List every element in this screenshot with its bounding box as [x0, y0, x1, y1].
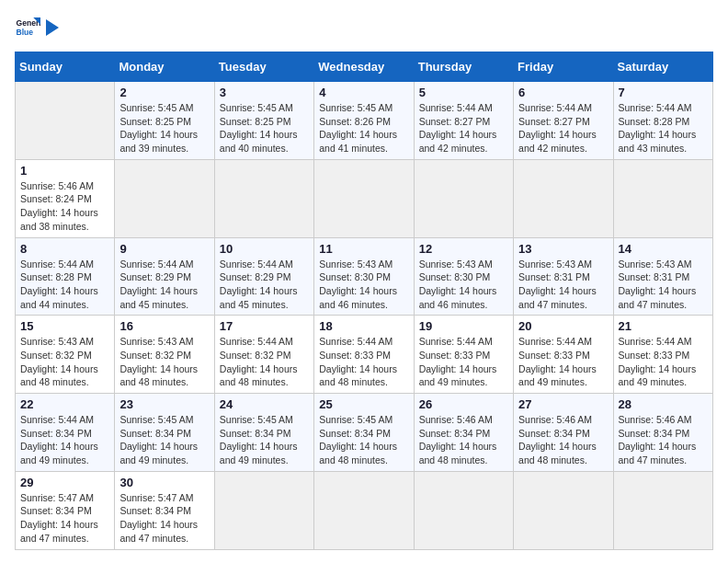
calendar-cell: 9Sunrise: 5:44 AM Sunset: 8:29 PM Daylig… [115, 237, 214, 316]
calendar-cell [314, 471, 414, 549]
col-header-tuesday: Tuesday [214, 52, 313, 82]
calendar-week-4: 22Sunrise: 5:44 AM Sunset: 8:34 PM Dayli… [16, 394, 713, 472]
day-detail: Sunrise: 5:43 AM Sunset: 8:30 PM Dayligh… [419, 258, 508, 312]
calendar-cell: 7Sunrise: 5:44 AM Sunset: 8:28 PM Daylig… [613, 82, 712, 160]
calendar-cell: 1Sunrise: 5:46 AM Sunset: 8:24 PM Daylig… [16, 159, 115, 237]
calendar-cell [414, 159, 513, 237]
calendar-cell: 3Sunrise: 5:45 AM Sunset: 8:25 PM Daylig… [214, 82, 313, 160]
day-number: 29 [20, 476, 109, 489]
logo-arrow-icon [46, 19, 59, 36]
calendar-cell [613, 471, 712, 549]
calendar-cell: 11Sunrise: 5:43 AM Sunset: 8:30 PM Dayli… [314, 237, 414, 316]
calendar-cell [613, 159, 712, 237]
calendar-cell [115, 159, 214, 237]
day-number: 27 [518, 397, 608, 411]
day-detail: Sunrise: 5:44 AM Sunset: 8:29 PM Dayligh… [119, 258, 209, 312]
day-number: 10 [220, 242, 309, 256]
day-number: 21 [619, 319, 708, 333]
day-detail: Sunrise: 5:44 AM Sunset: 8:28 PM Dayligh… [619, 101, 708, 155]
calendar-cell: 14Sunrise: 5:43 AM Sunset: 8:31 PM Dayli… [613, 237, 712, 316]
header: General Blue [15, 15, 713, 40]
day-detail: Sunrise: 5:44 AM Sunset: 8:33 PM Dayligh… [518, 335, 608, 389]
col-header-friday: Friday [514, 52, 613, 82]
day-detail: Sunrise: 5:46 AM Sunset: 8:34 PM Dayligh… [518, 413, 608, 467]
day-number: 24 [220, 397, 309, 411]
day-number: 14 [619, 242, 708, 256]
day-detail: Sunrise: 5:44 AM Sunset: 8:28 PM Dayligh… [20, 258, 109, 312]
day-number: 19 [419, 319, 508, 333]
day-detail: Sunrise: 5:46 AM Sunset: 8:34 PM Dayligh… [419, 413, 508, 467]
col-header-saturday: Saturday [613, 52, 712, 82]
day-number: 16 [119, 319, 209, 333]
calendar-cell: 12Sunrise: 5:43 AM Sunset: 8:30 PM Dayli… [414, 237, 513, 316]
calendar-cell: 17Sunrise: 5:44 AM Sunset: 8:32 PM Dayli… [214, 316, 313, 394]
day-detail: Sunrise: 5:45 AM Sunset: 8:34 PM Dayligh… [319, 413, 408, 467]
day-detail: Sunrise: 5:43 AM Sunset: 8:32 PM Dayligh… [119, 335, 209, 389]
calendar-cell: 6Sunrise: 5:44 AM Sunset: 8:27 PM Daylig… [514, 82, 613, 160]
day-number: 23 [119, 397, 209, 411]
col-header-monday: Monday [115, 52, 214, 82]
calendar-cell [16, 82, 115, 160]
calendar-cell: 21Sunrise: 5:44 AM Sunset: 8:33 PM Dayli… [613, 316, 712, 394]
day-detail: Sunrise: 5:45 AM Sunset: 8:26 PM Dayligh… [319, 101, 408, 155]
day-detail: Sunrise: 5:45 AM Sunset: 8:34 PM Dayligh… [119, 413, 209, 467]
calendar-body: 2Sunrise: 5:45 AM Sunset: 8:25 PM Daylig… [16, 82, 713, 550]
day-number: 12 [419, 242, 508, 256]
calendar-cell: 16Sunrise: 5:43 AM Sunset: 8:32 PM Dayli… [115, 316, 214, 394]
day-number: 11 [319, 242, 408, 256]
day-detail: Sunrise: 5:44 AM Sunset: 8:29 PM Dayligh… [220, 258, 309, 312]
day-detail: Sunrise: 5:44 AM Sunset: 8:33 PM Dayligh… [619, 335, 708, 389]
day-number: 26 [419, 397, 508, 411]
calendar-cell: 13Sunrise: 5:43 AM Sunset: 8:31 PM Dayli… [514, 237, 613, 316]
day-detail: Sunrise: 5:44 AM Sunset: 8:33 PM Dayligh… [419, 335, 508, 389]
day-detail: Sunrise: 5:43 AM Sunset: 8:31 PM Dayligh… [518, 258, 608, 312]
day-detail: Sunrise: 5:45 AM Sunset: 8:25 PM Dayligh… [220, 101, 309, 155]
calendar-cell: 5Sunrise: 5:44 AM Sunset: 8:27 PM Daylig… [414, 82, 513, 160]
calendar-cell: 4Sunrise: 5:45 AM Sunset: 8:26 PM Daylig… [314, 82, 414, 160]
col-header-sunday: Sunday [16, 52, 115, 82]
calendar-cell: 20Sunrise: 5:44 AM Sunset: 8:33 PM Dayli… [514, 316, 613, 394]
day-number: 9 [119, 242, 209, 256]
day-detail: Sunrise: 5:44 AM Sunset: 8:27 PM Dayligh… [419, 101, 508, 155]
calendar-cell: 8Sunrise: 5:44 AM Sunset: 8:28 PM Daylig… [16, 237, 115, 316]
day-number: 28 [619, 397, 708, 411]
svg-text:Blue: Blue [17, 28, 34, 37]
calendar-week-0: 2Sunrise: 5:45 AM Sunset: 8:25 PM Daylig… [16, 82, 713, 160]
calendar-cell: 22Sunrise: 5:44 AM Sunset: 8:34 PM Dayli… [16, 394, 115, 472]
calendar-cell [314, 159, 414, 237]
day-detail: Sunrise: 5:44 AM Sunset: 8:33 PM Dayligh… [319, 335, 408, 389]
logo: General Blue [15, 15, 59, 40]
calendar-cell: 30Sunrise: 5:47 AM Sunset: 8:34 PM Dayli… [115, 471, 214, 549]
day-number: 1 [20, 164, 109, 178]
calendar-week-2: 8Sunrise: 5:44 AM Sunset: 8:28 PM Daylig… [16, 237, 713, 316]
day-number: 18 [319, 319, 408, 333]
calendar-cell [514, 471, 613, 549]
day-number: 15 [20, 319, 109, 333]
day-detail: Sunrise: 5:43 AM Sunset: 8:30 PM Dayligh… [319, 258, 408, 312]
day-detail: Sunrise: 5:47 AM Sunset: 8:34 PM Dayligh… [20, 491, 109, 546]
day-detail: Sunrise: 5:46 AM Sunset: 8:24 PM Dayligh… [20, 179, 109, 234]
day-number: 17 [220, 319, 309, 333]
day-number: 20 [518, 319, 608, 333]
day-detail: Sunrise: 5:43 AM Sunset: 8:32 PM Dayligh… [20, 335, 109, 389]
calendar-cell: 15Sunrise: 5:43 AM Sunset: 8:32 PM Dayli… [16, 316, 115, 394]
calendar-cell: 10Sunrise: 5:44 AM Sunset: 8:29 PM Dayli… [214, 237, 313, 316]
calendar-cell [414, 471, 513, 549]
calendar-week-1: 1Sunrise: 5:46 AM Sunset: 8:24 PM Daylig… [16, 159, 713, 237]
day-number: 22 [20, 397, 109, 411]
col-header-thursday: Thursday [414, 52, 513, 82]
calendar-cell: 18Sunrise: 5:44 AM Sunset: 8:33 PM Dayli… [314, 316, 414, 394]
svg-marker-4 [46, 19, 59, 36]
day-number: 7 [619, 86, 708, 99]
calendar-cell [214, 471, 313, 549]
day-detail: Sunrise: 5:45 AM Sunset: 8:34 PM Dayligh… [220, 413, 309, 467]
calendar-cell: 27Sunrise: 5:46 AM Sunset: 8:34 PM Dayli… [514, 394, 613, 472]
calendar-table: SundayMondayTuesdayWednesdayThursdayFrid… [15, 52, 713, 550]
day-number: 30 [119, 476, 209, 489]
col-header-wednesday: Wednesday [314, 52, 414, 82]
calendar-cell: 26Sunrise: 5:46 AM Sunset: 8:34 PM Dayli… [414, 394, 513, 472]
day-detail: Sunrise: 5:44 AM Sunset: 8:32 PM Dayligh… [220, 335, 309, 389]
calendar-week-3: 15Sunrise: 5:43 AM Sunset: 8:32 PM Dayli… [16, 316, 713, 394]
column-headers: SundayMondayTuesdayWednesdayThursdayFrid… [16, 52, 713, 82]
calendar-cell: 24Sunrise: 5:45 AM Sunset: 8:34 PM Dayli… [214, 394, 313, 472]
